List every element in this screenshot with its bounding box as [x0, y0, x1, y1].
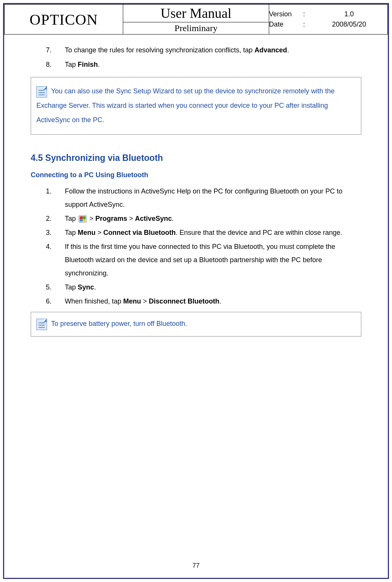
text-fragment: . Ensure that the device and PC are with… — [176, 229, 342, 236]
version-value: 1.0 — [311, 10, 387, 18]
bold-text: Advanced — [254, 46, 287, 54]
note-box: To preserve battery power, turn off Blue… — [31, 312, 361, 336]
bold-text: ActiveSync — [135, 215, 172, 222]
list-item: 2. Tap > Programs > ActiveSync. — [46, 212, 361, 225]
colon: : — [303, 10, 311, 18]
note-text: You can also use the Sync Setup Wizard t… — [36, 87, 334, 124]
step-number: 7. — [46, 44, 65, 57]
list-item: 4. If this is the first time you have co… — [46, 240, 361, 280]
text-fragment: > — [141, 297, 149, 305]
text-fragment: To change the rules for resolving synchr… — [65, 46, 254, 54]
step-number: 8. — [46, 58, 65, 71]
text-fragment: . — [220, 297, 221, 305]
step-number: 2. — [46, 212, 65, 225]
step-text: When finished, tap Menu > Disconnect Blu… — [65, 295, 361, 308]
bold-text: Menu — [123, 297, 141, 305]
text-fragment: . — [172, 215, 174, 222]
colon: : — [303, 20, 311, 28]
list-item: 7. To change the rules for resolving syn… — [46, 44, 361, 57]
note-icon — [36, 86, 47, 98]
header-table: OPTICON User Manual Preliminary Version … — [4, 4, 388, 35]
brand-text: OPTICON — [30, 11, 98, 28]
section-step-list: 1. Follow the instructions in ActiveSync… — [31, 185, 361, 308]
step-text: Tap Sync. — [65, 281, 361, 294]
step-text: To change the rules for resolving synchr… — [65, 44, 361, 57]
bold-text: Connect via Bluetooth — [103, 229, 176, 236]
section-title: 4.5 Synchronizing via Bluetooth — [31, 150, 361, 167]
step-text: Tap Finish. — [65, 58, 361, 71]
list-item: 6. When finished, tap Menu > Disconnect … — [46, 295, 361, 308]
date-value: 2008/05/20 — [311, 20, 387, 28]
title-cell: User Manual Preliminary — [123, 5, 269, 35]
text-fragment: Tap — [65, 215, 78, 222]
date-label: Date — [269, 20, 303, 28]
step-number: 3. — [46, 226, 65, 239]
meta-cell: Version : 1.0 Date : 2008/05/20 — [269, 5, 387, 35]
step-text: If this is the first time you have conne… — [65, 240, 361, 280]
text-fragment: > — [88, 215, 96, 222]
list-item: 5. Tap Sync. — [46, 281, 361, 294]
text-fragment: . — [98, 61, 100, 68]
brand-cell: OPTICON — [5, 5, 123, 35]
top-step-list: 7. To change the rules for resolving syn… — [31, 44, 361, 71]
content-area: 7. To change the rules for resolving syn… — [4, 35, 388, 337]
doc-title: User Manual — [123, 5, 268, 22]
text-fragment: > — [127, 215, 135, 222]
text-fragment: Tap — [65, 61, 78, 68]
note-text: To preserve battery power, turn off Blue… — [51, 320, 187, 327]
note-box: You can also use the Sync Setup Wizard t… — [31, 77, 361, 134]
text-fragment: When finished, tap — [65, 297, 123, 305]
step-number: 4. — [46, 240, 65, 280]
list-item: 3. Tap Menu > Connect via Bluetooth. Ens… — [46, 226, 361, 239]
step-number: 6. — [46, 295, 65, 308]
doc-subtitle: Preliminary — [123, 22, 268, 34]
text-fragment: . — [94, 283, 96, 291]
step-text: Tap Menu > Connect via Bluetooth. Ensure… — [65, 226, 361, 239]
start-menu-icon — [78, 215, 87, 223]
text-fragment: . — [287, 46, 289, 54]
step-text: Follow the instructions in ActiveSync He… — [65, 185, 361, 211]
step-number: 5. — [46, 281, 65, 294]
bold-text: Finish — [78, 61, 98, 68]
note-icon — [36, 319, 47, 330]
subsection-title: Connecting to a PC Using Bluetooth — [31, 168, 361, 181]
text-fragment: Tap — [65, 229, 78, 236]
bold-text: Sync — [78, 283, 94, 291]
text-fragment: > — [96, 229, 103, 236]
version-label: Version — [269, 10, 303, 18]
step-text: Tap > Programs > ActiveSync. — [65, 212, 361, 225]
list-item: 8. Tap Finish. — [46, 58, 361, 71]
step-number: 1. — [46, 185, 65, 211]
bold-text: Programs — [96, 215, 127, 222]
text-fragment: Tap — [65, 283, 78, 291]
page-border: OPTICON User Manual Preliminary Version … — [3, 3, 389, 579]
list-item: 1. Follow the instructions in ActiveSync… — [46, 185, 361, 211]
bold-text: Menu — [78, 229, 96, 236]
version-row: Version : 1.0 — [269, 9, 387, 19]
date-row: Date : 2008/05/20 — [269, 19, 387, 30]
bold-text: Disconnect Bluetooth — [149, 297, 220, 305]
page-number: 77 — [4, 562, 388, 569]
